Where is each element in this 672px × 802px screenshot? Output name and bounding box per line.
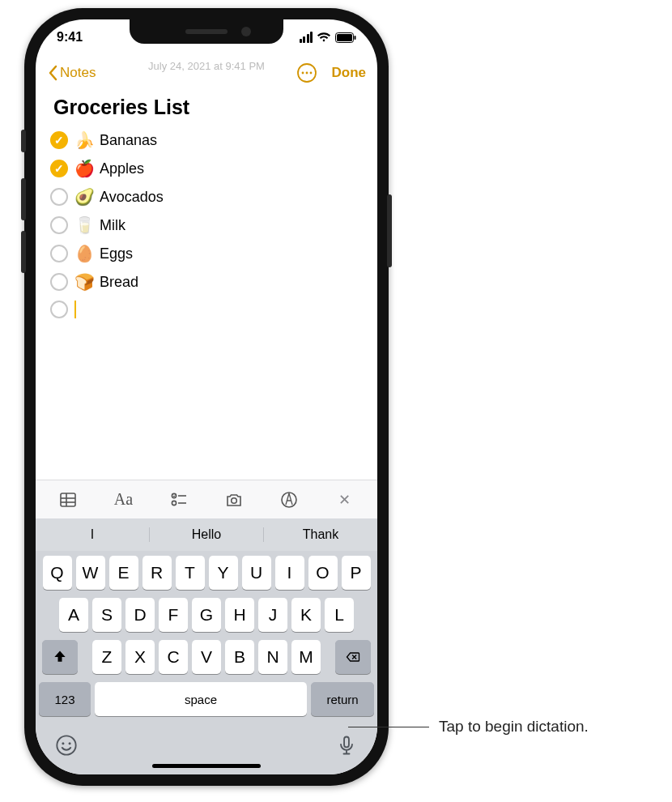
back-button[interactable]: Notes xyxy=(47,65,96,81)
dictation-key[interactable] xyxy=(335,734,358,757)
svg-point-4 xyxy=(301,72,304,75)
key-m[interactable]: M xyxy=(291,640,321,674)
text-cursor xyxy=(74,301,76,318)
key-h[interactable]: H xyxy=(225,598,254,632)
home-indicator[interactable] xyxy=(152,764,261,768)
suggestion-bar: I Hello Thank xyxy=(36,518,377,551)
checklist-icon xyxy=(169,490,189,510)
numeric-key[interactable]: 123 xyxy=(39,682,91,716)
item-label: Bread xyxy=(100,274,138,291)
volume-down-button xyxy=(21,231,26,273)
key-z[interactable]: Z xyxy=(92,640,121,674)
key-e[interactable]: E xyxy=(109,556,138,590)
close-toolbar-button[interactable]: ✕ xyxy=(330,485,359,514)
key-k[interactable]: K xyxy=(291,598,321,632)
close-icon: ✕ xyxy=(338,491,351,509)
backspace-key[interactable] xyxy=(335,640,371,674)
format-toolbar: Aa ✕ xyxy=(36,480,377,518)
space-key[interactable]: space xyxy=(95,682,307,716)
item-emoji: 🥚 xyxy=(74,244,95,263)
wifi-icon xyxy=(317,32,331,43)
checkbox[interactable] xyxy=(50,188,68,206)
key-d[interactable]: D xyxy=(125,598,155,632)
svg-rect-7 xyxy=(61,493,75,506)
key-y[interactable]: Y xyxy=(209,556,238,590)
nav-bar: July 24, 2021 at 9:41 PM Notes Done xyxy=(36,55,377,91)
shift-icon xyxy=(52,649,68,665)
svg-rect-1 xyxy=(337,34,352,41)
list-item-empty[interactable] xyxy=(50,301,363,318)
backspace-icon xyxy=(345,649,361,665)
key-q[interactable]: Q xyxy=(43,556,72,590)
checkbox[interactable] xyxy=(50,160,68,177)
item-label: Bananas xyxy=(100,132,157,149)
list-item[interactable]: 🥑 Avocados xyxy=(50,187,363,207)
key-i[interactable]: I xyxy=(275,556,304,590)
svg-point-18 xyxy=(62,742,64,744)
svg-point-5 xyxy=(305,72,308,75)
key-r[interactable]: R xyxy=(142,556,172,590)
key-a[interactable]: A xyxy=(59,598,88,632)
return-key[interactable]: return xyxy=(311,682,374,716)
volume-up-button xyxy=(21,178,26,220)
key-u[interactable]: U xyxy=(242,556,271,590)
more-icon[interactable] xyxy=(296,62,317,83)
checkbox[interactable] xyxy=(50,216,68,234)
svg-rect-20 xyxy=(344,737,349,748)
list-item[interactable]: 🍎 Apples xyxy=(50,159,363,178)
checkbox[interactable] xyxy=(50,273,68,291)
table-icon xyxy=(58,490,78,510)
checklist-button[interactable] xyxy=(164,485,194,514)
key-o[interactable]: O xyxy=(308,556,338,590)
notch xyxy=(130,19,283,44)
suggestion[interactable]: I xyxy=(36,527,150,542)
svg-rect-2 xyxy=(355,36,356,40)
key-g[interactable]: G xyxy=(192,598,221,632)
table-button[interactable] xyxy=(53,485,83,514)
callout-line xyxy=(348,727,429,727)
item-emoji: 🥛 xyxy=(74,215,95,235)
key-p[interactable]: P xyxy=(342,556,371,590)
list-item[interactable]: 🍞 Bread xyxy=(50,272,363,292)
item-emoji: 🥑 xyxy=(74,187,95,207)
mute-switch xyxy=(21,130,26,152)
status-time: 9:41 xyxy=(57,30,83,45)
key-v[interactable]: V xyxy=(192,640,221,674)
key-s[interactable]: S xyxy=(92,598,121,632)
key-w[interactable]: W xyxy=(76,556,105,590)
list-item[interactable]: 🍌 Bananas xyxy=(50,130,363,150)
note-title[interactable]: Groceries List xyxy=(53,96,363,119)
svg-point-17 xyxy=(57,736,75,754)
camera-button[interactable] xyxy=(219,485,249,514)
list-item[interactable]: 🥚 Eggs xyxy=(50,244,363,263)
checkbox[interactable] xyxy=(50,131,68,149)
suggestion[interactable]: Thank xyxy=(264,527,377,542)
done-button[interactable]: Done xyxy=(332,65,367,81)
key-j[interactable]: J xyxy=(258,598,287,632)
svg-point-15 xyxy=(232,497,237,503)
emoji-key[interactable] xyxy=(55,734,78,757)
item-label: Eggs xyxy=(100,245,133,262)
key-n[interactable]: N xyxy=(258,640,287,674)
text-format-button[interactable]: Aa xyxy=(108,485,138,514)
list-item[interactable]: 🥛 Milk xyxy=(50,215,363,235)
note-content[interactable]: Groceries List 🍌 Bananas 🍎 Apples 🥑 Avoc… xyxy=(36,91,377,480)
key-t[interactable]: T xyxy=(176,556,205,590)
svg-point-6 xyxy=(309,72,312,75)
key-x[interactable]: X xyxy=(125,640,155,674)
item-emoji: 🍞 xyxy=(74,272,95,292)
key-c[interactable]: C xyxy=(159,640,188,674)
key-b[interactable]: B xyxy=(225,640,254,674)
item-label: Apples xyxy=(100,160,144,177)
item-label: Milk xyxy=(100,217,125,234)
checkbox[interactable] xyxy=(50,301,68,318)
checkbox[interactable] xyxy=(50,245,68,262)
key-f[interactable]: F xyxy=(159,598,188,632)
shift-key[interactable] xyxy=(42,640,78,674)
keyboard: I Hello Thank Q W E R T Y U I O P xyxy=(36,518,377,774)
item-label: Avocados xyxy=(100,189,164,206)
key-l[interactable]: L xyxy=(325,598,354,632)
suggestion[interactable]: Hello xyxy=(150,527,264,542)
phone-frame: 9:41 July 24, 2021 at 9:41 PM Notes Done… xyxy=(24,8,389,786)
markup-button[interactable] xyxy=(274,485,304,514)
